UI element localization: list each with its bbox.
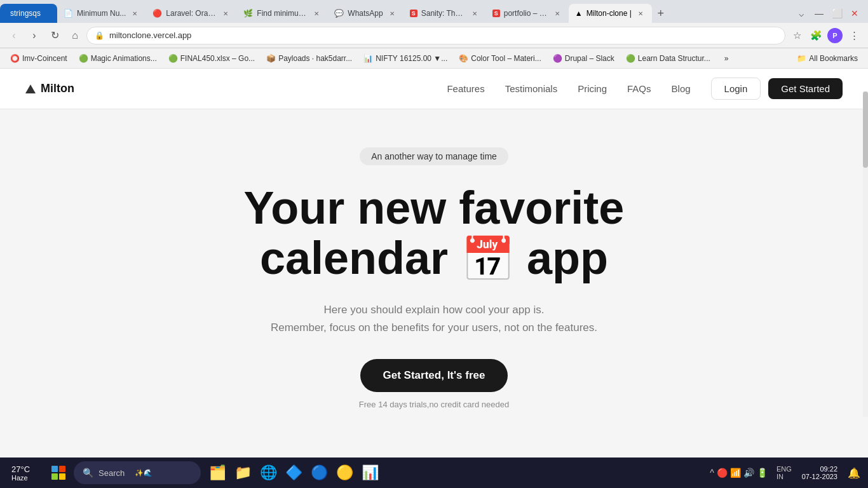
bookmark-favicon: 🟢 [168,54,178,63]
taskbar-system-tray: ^ 🔴 📶 🔊 🔋 ENG IN 09:22 07-12-2023 🔔 [706,464,863,482]
nav-link-testimonials[interactable]: Testimonials [505,83,558,94]
nav-links: Features Testimonials Pricing FAQs Blog [447,83,690,94]
nav-link-features[interactable]: Features [447,83,484,94]
toolbar-actions: ☆ 🧩 P ⋮ [788,27,863,44]
tab-label: portfolio – De... [504,9,548,18]
tab-sanity[interactable]: S Sanity: The C... ✕ [403,4,486,23]
bookmark-color[interactable]: 🎨 Color Tool – Materi... [454,52,546,65]
bookmark-favicon: 🟣 [553,54,562,63]
profile-button[interactable]: P [826,27,844,44]
taskbar-volume-icon[interactable]: 🔊 [743,468,754,478]
nav-get-started-button[interactable]: Get Started [768,78,843,99]
taskbar-chrome[interactable]: 🌐 [257,461,280,484]
taskbar-search-text: Search [98,468,125,478]
tab-bar: stringsqs 📄 Minimum Nu... ✕ 🔴 Laravel: O… [0,0,868,23]
bookmark-label: NIFTY 16125.00 ▼... [376,54,447,63]
bookmark-label: Drupal – Slack [565,54,614,63]
address-bar[interactable]: 🔒 miltonclone.vercel.app [86,27,785,44]
tab-stringsqs[interactable]: stringsqs [0,4,57,23]
nav-actions: Login Get Started [711,78,843,100]
taskbar-start-button[interactable] [46,460,71,485]
tab-list-button[interactable]: ⌵ [793,5,810,22]
taskbar-up-arrow-icon[interactable]: ^ [710,468,714,478]
taskbar-excel[interactable]: 📊 [358,461,381,484]
bookmark-label: Magic Animations... [91,54,157,63]
nav-link-blog[interactable]: Blog [672,83,691,94]
lock-icon: 🔒 [95,31,104,40]
tab-portfolio[interactable]: S portfolio – De... ✕ [486,4,569,23]
bookmark-label: FINAL450.xlsx – Go... [180,54,255,63]
menu-button[interactable]: ⋮ [845,27,863,44]
hero-subtitle: Here you should explain how cool your ap… [271,301,597,336]
taskbar-lang: ENG [776,465,792,473]
bookmarks-folder[interactable]: 📁 All Bookmarks [792,52,863,65]
taskbar-network-icon[interactable]: 📶 [730,468,741,478]
bookmark-favicon: ⭕ [10,54,20,63]
tab-close-btn[interactable]: ✕ [635,8,646,18]
scrollbar-track[interactable] [863,92,868,417]
logo-triangle-icon [25,85,36,93]
taskbar-clock[interactable]: 09:22 07-12-2023 [797,465,843,480]
tab-close-btn[interactable]: ✕ [130,8,140,18]
hero-subtitle-line2: Remember, focus on the benefits for your… [271,322,597,334]
taskbar-app-icons: 🗂️ 📁 🌐 🔷 🔵 🟡 📊 [206,461,381,484]
tab-label: Minimum Nu... [77,9,126,18]
back-button[interactable]: ‹ [5,27,23,44]
bookmark-favicon: 📊 [363,54,373,63]
tab-close-btn[interactable]: ✕ [311,8,322,18]
login-button[interactable]: Login [711,78,761,100]
tab-find-minimum[interactable]: 🌿 Find minimum... ✕ [237,4,328,23]
taskbar-file-explorer[interactable]: 🗂️ [206,461,229,484]
profile-avatar: P [827,28,843,43]
tab-whatsapp[interactable]: 💬 WhatsApp ✕ [328,4,403,23]
tab-close-btn[interactable]: ✕ [220,8,231,18]
minimize-button[interactable]: — [811,5,827,22]
scrollbar-thumb[interactable] [863,92,868,168]
taskbar-edge[interactable]: 🔷 [282,461,305,484]
bookmark-final[interactable]: 🟢 FINAL450.xlsx – Go... [163,52,260,65]
tab-close-btn[interactable]: ✕ [552,8,562,18]
tab-label: Milton-clone | [587,9,632,18]
tab-label: Find minimum... [257,9,308,18]
close-button[interactable]: ✕ [846,5,863,22]
tab-milton-clone[interactable]: ▲ Milton-clone | ✕ [569,4,652,23]
tab-laravel[interactable]: 🔴 Laravel: OralR... ✕ [146,4,237,23]
bookmark-learn[interactable]: 🟢 Learn Data Structur... [621,52,715,65]
forward-button[interactable]: › [25,27,43,44]
bookmark-imv[interactable]: ⭕ Imv-Coincent [5,52,72,65]
bookmark-button[interactable]: ☆ [788,27,806,44]
tab-close-btn[interactable]: ✕ [470,8,480,18]
taskbar-temperature: 27°C [11,464,30,474]
taskbar-search-bar[interactable]: 🔍 Search ✨🌊 [74,461,201,484]
taskbar-vscode[interactable]: 🔵 [308,461,330,484]
taskbar-time: 09:22 [820,465,837,473]
home-button[interactable]: ⌂ [66,27,84,44]
taskbar-region: IN [776,473,783,480]
new-tab-button[interactable]: + [652,4,670,22]
logo-text: Milton [41,82,74,95]
maximize-button[interactable]: ⬜ [829,5,845,22]
tab-close-btn[interactable]: ✕ [387,8,397,18]
hero-title: Your new favorite calendar 📅 app [244,183,625,283]
extension-puzzle-icon[interactable]: 🧩 [807,27,825,44]
site-logo[interactable]: Milton [25,82,74,95]
bookmark-magic[interactable]: 🟢 Magic Animations... [74,52,162,65]
bookmark-drupal[interactable]: 🟣 Drupal – Slack [548,52,620,65]
hero-cta-button[interactable]: Get Started, It's free [360,359,508,392]
taskbar-chrome-canary[interactable]: 🟡 [333,461,356,484]
bookmark-nifty[interactable]: 📊 NIFTY 16125.00 ▼... [358,52,452,65]
hero-section: An another way to manage time Your new f… [0,109,868,435]
bookmarks-more-button[interactable]: » [719,52,734,65]
taskbar-folders[interactable]: 📁 [231,461,254,484]
tab-label: WhatsApp [348,9,383,18]
nav-link-faqs[interactable]: FAQs [627,83,651,94]
website-content: Milton Features Testimonials Pricing FAQ… [0,69,868,468]
taskbar-notification-button[interactable]: 🔔 [845,464,863,482]
taskbar-battery-icon[interactable]: 🔋 [757,468,768,478]
tab-minimum-num[interactable]: 📄 Minimum Nu... ✕ [57,4,146,23]
bookmark-payloads[interactable]: 📦 Payloads · hak5darr... [261,52,357,65]
tab-label: stringsqs [10,9,41,18]
nav-link-pricing[interactable]: Pricing [578,83,607,94]
browser-chrome: stringsqs 📄 Minimum Nu... ✕ 🔴 Laravel: O… [0,0,868,69]
reload-button[interactable]: ↻ [46,27,64,44]
